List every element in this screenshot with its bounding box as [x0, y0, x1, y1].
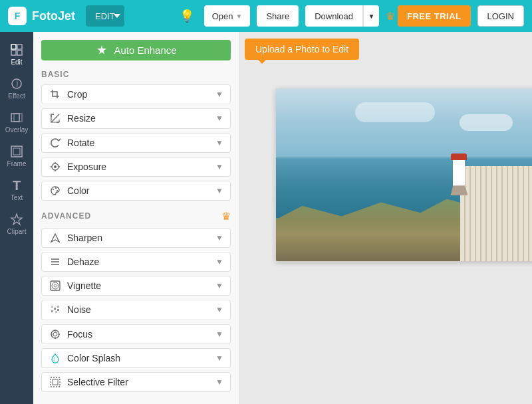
noise-tool[interactable]: Noise ▼ [41, 300, 231, 320]
dehaze-icon [49, 255, 62, 268]
sidebar-item-edit[interactable]: Edit [0, 37, 33, 71]
noise-icon [49, 303, 62, 316]
svg-rect-29 [57, 309, 59, 311]
focus-label: Focus [67, 329, 215, 340]
svg-rect-8 [13, 148, 20, 155]
clipart-icon [9, 212, 24, 227]
dehaze-tool[interactable]: Dehaze ▼ [41, 252, 231, 272]
svg-rect-1 [17, 45, 22, 49]
noise-arrow-icon: ▼ [215, 305, 223, 314]
frame-icon [9, 144, 24, 159]
overlay-icon [9, 110, 24, 125]
open-button-group: Open ▼ [204, 5, 251, 27]
svg-rect-3 [17, 50, 22, 55]
svg-point-23 [54, 284, 57, 287]
edit-icon [9, 43, 24, 57]
focus-arrow-icon: ▼ [215, 330, 223, 339]
crop-label: Crop [67, 89, 215, 100]
selective-filter-label: Selective Filter [67, 377, 215, 387]
free-trial-button[interactable]: FREE TRIAL [398, 5, 471, 27]
photo-image [276, 88, 532, 261]
sidebar-item-frame[interactable]: Frame [0, 139, 33, 173]
effect-icon [9, 76, 24, 91]
svg-rect-26 [57, 306, 59, 308]
color-splash-tool[interactable]: Color Splash ▼ [41, 348, 231, 368]
photo-fence [460, 166, 533, 261]
color-icon [49, 184, 62, 197]
logo: F FotoJet [8, 7, 75, 25]
sidebar-clipart-label: Clipart [7, 228, 27, 235]
exposure-arrow-icon: ▼ [215, 162, 223, 171]
edit-dropdown[interactable]: EDIT [86, 5, 124, 27]
vignette-arrow-icon: ▼ [215, 281, 223, 290]
sidebar-overlay-label: Overlay [5, 126, 28, 134]
dehaze-arrow-icon: ▼ [215, 257, 223, 266]
color-splash-arrow-icon: ▼ [215, 354, 223, 363]
advanced-section-label: ADVANCED [41, 211, 91, 221]
header: F FotoJet EDIT 💡 Open ▼ Share Download ▼… [0, 0, 532, 32]
svg-rect-5 [11, 114, 19, 122]
login-button[interactable]: LOGIN [477, 5, 524, 27]
resize-arrow-icon: ▼ [215, 114, 223, 123]
svg-point-15 [53, 189, 54, 190]
color-splash-label: Color Splash [67, 353, 215, 363]
lightbulb-button[interactable]: 💡 [176, 5, 198, 27]
svg-rect-24 [51, 306, 53, 308]
svg-point-16 [55, 187, 57, 189]
color-arrow-icon: ▼ [215, 186, 223, 195]
crown-icon: ♛ [386, 10, 395, 23]
selective-filter-tool[interactable]: Selective Filter ▼ [41, 372, 231, 392]
sidebar-item-clipart[interactable]: Clipart [0, 207, 33, 241]
rotate-tool[interactable]: Rotate ▼ [41, 133, 231, 153]
svg-rect-28 [55, 311, 57, 313]
svg-point-10 [54, 165, 57, 168]
exposure-tool[interactable]: Exposure ▼ [41, 157, 231, 177]
exposure-label: Exposure [67, 161, 215, 172]
download-arrow-button[interactable]: ▼ [363, 5, 379, 27]
svg-rect-6 [14, 114, 22, 122]
svg-rect-0 [11, 45, 16, 49]
sidebar-item-text[interactable]: T Text [0, 173, 33, 207]
sidebar-text-label: Text [11, 194, 23, 201]
color-tool[interactable]: Color ▼ [41, 181, 231, 201]
dehaze-label: Dehaze [67, 256, 215, 267]
sidebar-item-overlay[interactable]: Overlay [0, 105, 33, 139]
text-icon: T [9, 178, 24, 193]
sidebar-frame-label: Frame [7, 160, 27, 167]
vignette-label: Vignette [67, 280, 215, 291]
sharpen-label: Sharpen [67, 233, 215, 243]
photo-cloud1 [460, 114, 513, 131]
crop-tool[interactable]: Crop ▼ [41, 84, 231, 104]
sharpen-tool[interactable]: Sharpen ▼ [41, 228, 231, 248]
open-button[interactable]: Open ▼ [204, 5, 251, 27]
vignette-icon [49, 279, 62, 292]
focus-tool[interactable]: Focus ▼ [41, 324, 231, 344]
sharpen-icon [49, 231, 62, 245]
resize-label: Resize [67, 113, 215, 124]
download-button[interactable]: Download [305, 5, 363, 27]
svg-point-31 [53, 332, 57, 336]
svg-rect-36 [51, 377, 60, 387]
tools-panel: Auto Enhance BASIC Crop ▼ Resize ▼ Rotat… [33, 32, 239, 404]
rotate-icon [49, 136, 62, 150]
open-arrow-icon: ▼ [236, 13, 243, 20]
selective-filter-icon [49, 375, 62, 389]
svg-point-22 [52, 282, 59, 289]
download-button-group: Download ▼ [305, 5, 379, 27]
svg-rect-7 [11, 146, 22, 157]
photo-display [276, 88, 532, 261]
logo-icon: F [8, 7, 27, 25]
basic-section-label: BASIC [41, 70, 231, 79]
sidebar-edit-label: Edit [11, 58, 22, 66]
resize-tool[interactable]: Resize ▼ [41, 108, 231, 128]
main-layout: Edit Effect Overlay [0, 32, 532, 404]
share-button[interactable]: Share [257, 5, 299, 27]
vignette-tool[interactable]: Vignette ▼ [41, 276, 231, 296]
svg-rect-27 [51, 310, 53, 312]
resize-icon [49, 112, 62, 125]
sidebar-item-effect[interactable]: Effect [0, 71, 33, 105]
upload-tooltip[interactable]: Upload a Photo to Edit [245, 39, 359, 60]
svg-rect-25 [54, 308, 56, 310]
auto-enhance-button[interactable]: Auto Enhance [41, 40, 231, 60]
auto-enhance-icon [95, 44, 108, 57]
